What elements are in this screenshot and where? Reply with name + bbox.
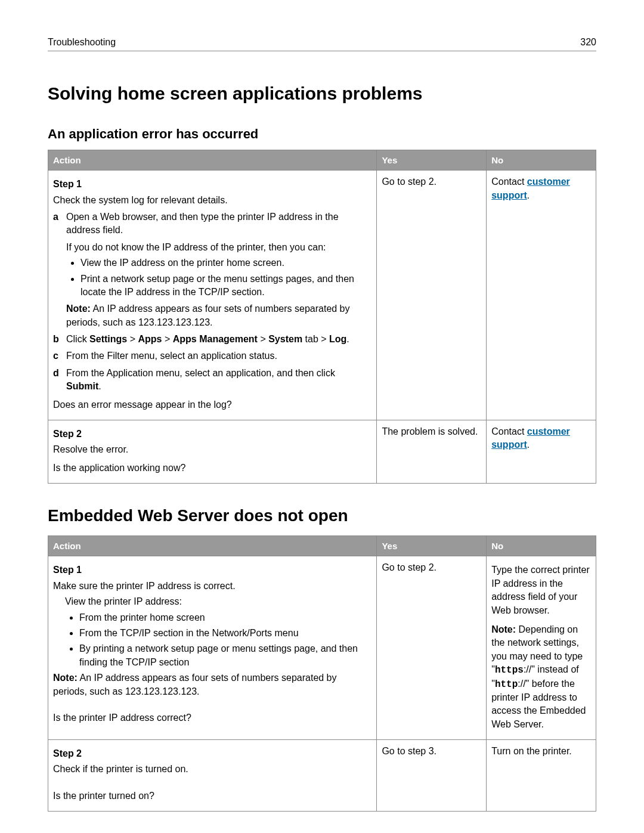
col-yes: Yes (377, 536, 487, 556)
action-cell: Step 2 Resolve the error. Is the applica… (48, 420, 377, 484)
step-title: Step 1 (53, 563, 371, 577)
list-text: From the Application menu, select an app… (66, 368, 335, 391)
list-marker-d: d (53, 367, 59, 380)
note: Note: Depending on the network settings,… (491, 623, 591, 731)
list-item: b Click Settings > Apps > Apps Managemen… (53, 333, 371, 346)
bullet-item: By printing a network setup page or menu… (79, 642, 371, 669)
step-body: Resolve the error. (53, 443, 371, 456)
troubleshoot-table-2: Action Yes No Step 1 Make sure the print… (48, 535, 596, 812)
list-text: From the Filter menu, select an applicat… (66, 351, 277, 361)
action-cell: Step 2 Check if the printer is turned on… (48, 740, 377, 812)
page-header: Troubleshooting 320 (48, 36, 596, 51)
col-yes: Yes (377, 150, 487, 171)
list-text: Open a Web browser, and then type the pr… (66, 212, 339, 235)
table-row: Step 1 Check the system log for relevant… (48, 171, 596, 420)
action-cell: Step 1 Make sure the printer IP address … (48, 556, 377, 740)
sub-intro: View the printer IP address: (65, 595, 371, 608)
col-no: No (487, 150, 596, 171)
yes-cell: Go to step 2. (377, 171, 487, 420)
step-question: Is the application working now? (53, 462, 371, 475)
col-action: Action (48, 150, 377, 171)
yes-cell: The problem is solved. (377, 420, 487, 484)
list-item: a Open a Web browser, and then type the … (53, 210, 371, 329)
step-body: Check if the printer is turned on. (53, 763, 371, 776)
page-title: Solving home screen applications problem… (48, 81, 596, 106)
col-no: No (487, 536, 596, 556)
sub-intro: If you do not know the IP address of the… (66, 241, 371, 254)
col-action: Action (48, 536, 377, 556)
list-marker-a: a (53, 210, 58, 224)
list-item: d From the Application menu, select an a… (53, 367, 371, 394)
yes-cell: Go to step 3. (377, 740, 487, 812)
header-left: Troubleshooting (48, 36, 116, 49)
step-question: Is the printer IP address correct? (53, 711, 371, 724)
no-cell: Turn on the printer. (487, 740, 596, 812)
bullet-item: From the printer home screen (79, 611, 371, 624)
list-marker-c: c (53, 349, 58, 363)
step-question: Does an error message appear in the log? (53, 398, 371, 411)
yes-cell: Go to step 2. (377, 556, 487, 740)
list-marker-b: b (53, 333, 59, 346)
breadcrumb-instruction: Click Settings > Apps > Apps Management … (66, 334, 349, 344)
no-cell: Contact customer support. (487, 420, 596, 484)
step-title: Step 2 (53, 428, 371, 441)
bullet-item: From the TCP/IP section in the Network/P… (79, 627, 371, 640)
action-cell: Step 1 Check the system log for relevant… (48, 171, 377, 420)
header-page-number: 320 (580, 36, 596, 49)
no-instruction: Type the correct printer IP address in t… (491, 563, 591, 617)
step-title: Step 2 (53, 747, 371, 760)
bullet-item: Print a network setup page or the menu s… (80, 272, 371, 299)
no-cell: Type the correct printer IP address in t… (487, 556, 596, 740)
table-row: Step 2 Check if the printer is turned on… (48, 740, 596, 812)
list-item: c From the Filter menu, select an applic… (53, 349, 371, 363)
step-intro: Check the system log for relevant detail… (53, 194, 371, 207)
table-row: Step 2 Resolve the error. Is the applica… (48, 420, 596, 484)
step-question: Is the printer turned on? (53, 789, 371, 803)
section-title-ews: Embedded Web Server does not open (48, 504, 596, 527)
step-intro: Make sure the printer IP address is corr… (53, 580, 371, 593)
troubleshoot-table-1: Action Yes No Step 1 Check the system lo… (48, 150, 596, 484)
bullet-item: View the IP address on the printer home … (80, 256, 371, 270)
table-row: Step 1 Make sure the printer IP address … (48, 556, 596, 740)
note: Note: An IP address appears as four sets… (66, 302, 371, 329)
note: Note: An IP address appears as four sets… (53, 671, 371, 698)
step-title: Step 1 (53, 178, 371, 191)
subheading-application-error: An application error has occurred (48, 125, 596, 144)
no-cell: Contact customer support. (487, 171, 596, 420)
